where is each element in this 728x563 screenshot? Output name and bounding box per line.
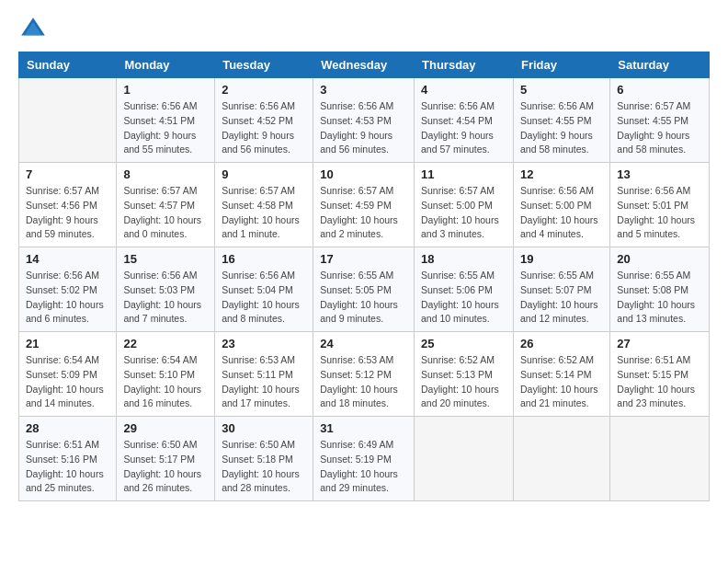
page-header: [18, 15, 710, 44]
day-info: Sunrise: 6:52 AMSunset: 5:13 PMDaylight:…: [421, 353, 506, 411]
day-number: 11: [421, 167, 506, 181]
day-info: Sunrise: 6:53 AMSunset: 5:12 PMDaylight:…: [320, 353, 407, 411]
calendar-cell: 14Sunrise: 6:56 AMSunset: 5:02 PMDayligh…: [19, 247, 117, 332]
calendar-header-sunday: Sunday: [19, 52, 117, 78]
day-number: 4: [421, 83, 506, 97]
day-info: Sunrise: 6:53 AMSunset: 5:11 PMDaylight:…: [222, 353, 306, 411]
day-number: 2: [222, 83, 306, 97]
day-number: 19: [520, 252, 603, 266]
day-info: Sunrise: 6:51 AMSunset: 5:16 PMDaylight:…: [26, 438, 109, 496]
calendar-cell: 26Sunrise: 6:52 AMSunset: 5:14 PMDayligh…: [513, 332, 609, 417]
day-number: 25: [421, 337, 506, 350]
calendar-cell: 5Sunrise: 6:56 AMSunset: 4:55 PMDaylight…: [513, 78, 609, 163]
day-number: 5: [520, 83, 603, 97]
day-number: 9: [222, 167, 306, 181]
calendar-header-wednesday: Wednesday: [313, 52, 415, 78]
day-number: 18: [421, 252, 506, 266]
day-info: Sunrise: 6:55 AMSunset: 5:05 PMDaylight:…: [320, 269, 407, 327]
day-info: Sunrise: 6:56 AMSunset: 4:55 PMDaylight:…: [520, 99, 603, 157]
day-info: Sunrise: 6:55 AMSunset: 5:06 PMDaylight:…: [421, 269, 506, 327]
day-number: 3: [320, 83, 407, 97]
calendar-header-saturday: Saturday: [610, 52, 710, 78]
calendar-cell: 20Sunrise: 6:55 AMSunset: 5:08 PMDayligh…: [610, 247, 710, 332]
calendar-week-row: 14Sunrise: 6:56 AMSunset: 5:02 PMDayligh…: [19, 247, 710, 332]
day-number: 1: [123, 83, 208, 97]
day-info: Sunrise: 6:57 AMSunset: 4:58 PMDaylight:…: [222, 184, 306, 242]
calendar-header-thursday: Thursday: [415, 52, 514, 78]
calendar-week-row: 7Sunrise: 6:57 AMSunset: 4:56 PMDaylight…: [19, 163, 710, 247]
day-info: Sunrise: 6:50 AMSunset: 5:17 PMDaylight:…: [123, 438, 208, 496]
calendar-cell: [513, 417, 609, 501]
calendar-week-row: 1Sunrise: 6:56 AMSunset: 4:51 PMDaylight…: [19, 78, 710, 163]
logo-icon: [18, 15, 48, 44]
calendar-cell: 8Sunrise: 6:57 AMSunset: 4:57 PMDaylight…: [117, 163, 215, 247]
calendar-header-row: SundayMondayTuesdayWednesdayThursdayFrid…: [19, 52, 710, 78]
calendar-cell: 12Sunrise: 6:56 AMSunset: 5:00 PMDayligh…: [513, 163, 609, 247]
day-number: 22: [123, 337, 208, 350]
day-number: 20: [617, 252, 702, 266]
calendar-cell: 13Sunrise: 6:56 AMSunset: 5:01 PMDayligh…: [610, 163, 710, 247]
day-number: 16: [222, 252, 306, 266]
day-number: 30: [222, 421, 306, 435]
calendar-cell: 7Sunrise: 6:57 AMSunset: 4:56 PMDaylight…: [19, 163, 117, 247]
day-info: Sunrise: 6:54 AMSunset: 5:10 PMDaylight:…: [123, 353, 208, 411]
calendar-cell: 4Sunrise: 6:56 AMSunset: 4:54 PMDaylight…: [415, 78, 514, 163]
day-number: 14: [26, 252, 109, 266]
calendar-cell: 28Sunrise: 6:51 AMSunset: 5:16 PMDayligh…: [19, 417, 117, 501]
day-info: Sunrise: 6:57 AMSunset: 4:59 PMDaylight:…: [320, 184, 407, 242]
calendar-cell: 29Sunrise: 6:50 AMSunset: 5:17 PMDayligh…: [117, 417, 215, 501]
calendar-cell: 3Sunrise: 6:56 AMSunset: 4:53 PMDaylight…: [313, 78, 415, 163]
day-number: 21: [26, 337, 109, 350]
calendar-cell: 1Sunrise: 6:56 AMSunset: 4:51 PMDaylight…: [117, 78, 215, 163]
day-info: Sunrise: 6:56 AMSunset: 5:00 PMDaylight:…: [520, 184, 603, 242]
calendar-cell: [19, 78, 117, 163]
calendar-cell: 23Sunrise: 6:53 AMSunset: 5:11 PMDayligh…: [215, 332, 313, 417]
day-info: Sunrise: 6:56 AMSunset: 4:51 PMDaylight:…: [123, 99, 208, 157]
calendar-cell: 9Sunrise: 6:57 AMSunset: 4:58 PMDaylight…: [215, 163, 313, 247]
day-number: 23: [222, 337, 306, 350]
day-info: Sunrise: 6:57 AMSunset: 4:57 PMDaylight:…: [123, 184, 208, 242]
calendar-week-row: 28Sunrise: 6:51 AMSunset: 5:16 PMDayligh…: [19, 417, 710, 501]
calendar-cell: 16Sunrise: 6:56 AMSunset: 5:04 PMDayligh…: [215, 247, 313, 332]
calendar-cell: 18Sunrise: 6:55 AMSunset: 5:06 PMDayligh…: [415, 247, 514, 332]
day-info: Sunrise: 6:56 AMSunset: 5:03 PMDaylight:…: [123, 269, 208, 327]
calendar-cell: 6Sunrise: 6:57 AMSunset: 4:55 PMDaylight…: [610, 78, 710, 163]
day-info: Sunrise: 6:56 AMSunset: 4:53 PMDaylight:…: [320, 99, 407, 157]
day-info: Sunrise: 6:51 AMSunset: 5:15 PMDaylight:…: [617, 353, 702, 411]
calendar-header-friday: Friday: [513, 52, 609, 78]
calendar-header-tuesday: Tuesday: [215, 52, 313, 78]
day-number: 26: [520, 337, 603, 350]
calendar-week-row: 21Sunrise: 6:54 AMSunset: 5:09 PMDayligh…: [19, 332, 710, 417]
day-number: 13: [617, 167, 702, 181]
day-number: 8: [123, 167, 208, 181]
day-number: 10: [320, 167, 407, 181]
calendar-cell: 22Sunrise: 6:54 AMSunset: 5:10 PMDayligh…: [117, 332, 215, 417]
calendar-table: SundayMondayTuesdayWednesdayThursdayFrid…: [18, 52, 710, 501]
day-number: 17: [320, 252, 407, 266]
calendar-cell: 19Sunrise: 6:55 AMSunset: 5:07 PMDayligh…: [513, 247, 609, 332]
day-info: Sunrise: 6:57 AMSunset: 5:00 PMDaylight:…: [421, 184, 506, 242]
day-number: 29: [123, 421, 208, 435]
day-number: 31: [320, 421, 407, 435]
day-number: 7: [26, 167, 109, 181]
day-info: Sunrise: 6:56 AMSunset: 4:52 PMDaylight:…: [222, 99, 306, 157]
calendar-cell: [415, 417, 514, 501]
calendar-header-monday: Monday: [117, 52, 215, 78]
calendar-cell: 15Sunrise: 6:56 AMSunset: 5:03 PMDayligh…: [117, 247, 215, 332]
logo: [18, 15, 51, 44]
calendar-cell: 30Sunrise: 6:50 AMSunset: 5:18 PMDayligh…: [215, 417, 313, 501]
calendar-cell: 25Sunrise: 6:52 AMSunset: 5:13 PMDayligh…: [415, 332, 514, 417]
calendar-cell: 31Sunrise: 6:49 AMSunset: 5:19 PMDayligh…: [313, 417, 415, 501]
calendar-cell: 27Sunrise: 6:51 AMSunset: 5:15 PMDayligh…: [610, 332, 710, 417]
calendar-cell: 10Sunrise: 6:57 AMSunset: 4:59 PMDayligh…: [313, 163, 415, 247]
day-info: Sunrise: 6:56 AMSunset: 5:01 PMDaylight:…: [617, 184, 702, 242]
day-info: Sunrise: 6:55 AMSunset: 5:07 PMDaylight:…: [520, 269, 603, 327]
day-info: Sunrise: 6:55 AMSunset: 5:08 PMDaylight:…: [617, 269, 702, 327]
day-number: 6: [617, 83, 702, 97]
day-info: Sunrise: 6:54 AMSunset: 5:09 PMDaylight:…: [26, 353, 109, 411]
calendar-cell: 11Sunrise: 6:57 AMSunset: 5:00 PMDayligh…: [415, 163, 514, 247]
calendar-cell: 21Sunrise: 6:54 AMSunset: 5:09 PMDayligh…: [19, 332, 117, 417]
day-info: Sunrise: 6:49 AMSunset: 5:19 PMDaylight:…: [320, 438, 407, 496]
calendar-cell: 2Sunrise: 6:56 AMSunset: 4:52 PMDaylight…: [215, 78, 313, 163]
day-info: Sunrise: 6:56 AMSunset: 5:04 PMDaylight:…: [222, 269, 306, 327]
